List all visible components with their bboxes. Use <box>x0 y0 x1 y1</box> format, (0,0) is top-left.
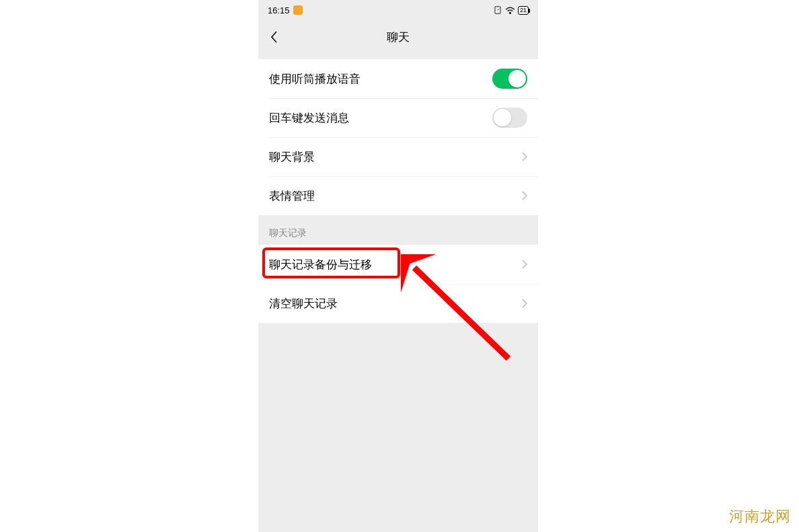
row-emoji-management[interactable]: 表情管理 <box>258 176 538 215</box>
back-button[interactable] <box>266 29 282 45</box>
toggle-enter-send[interactable] <box>492 108 527 128</box>
status-right: 21 <box>493 5 529 15</box>
toggle-knob <box>508 70 526 87</box>
phone-screen: 16:15 21 聊天 使用听筒播放语音 回车键发送消息 聊 <box>258 0 538 532</box>
row-label: 聊天背景 <box>269 149 315 165</box>
row-backup-migrate[interactable]: 聊天记录备份与迁移 <box>258 245 538 284</box>
settings-group-1: 使用听筒播放语音 回车键发送消息 聊天背景 表情管理 <box>258 59 538 215</box>
row-enter-send[interactable]: 回车键发送消息 <box>258 98 538 137</box>
watermark: 河南龙网 <box>729 506 791 527</box>
page-title: 聊天 <box>387 30 410 45</box>
chevron-right-icon <box>522 260 527 269</box>
row-chat-background[interactable]: 聊天背景 <box>258 137 538 176</box>
chevron-right-icon <box>522 152 527 161</box>
chevron-right-icon <box>522 299 527 308</box>
status-time: 16:15 <box>268 5 290 15</box>
row-clear-records[interactable]: 清空聊天记录 <box>258 284 538 323</box>
sim-icon <box>493 5 502 15</box>
toggle-voice-speaker[interactable] <box>492 69 527 89</box>
row-label: 表情管理 <box>269 188 315 204</box>
row-label: 使用听筒播放语音 <box>269 71 360 87</box>
row-label: 清空聊天记录 <box>269 296 338 311</box>
section-header-records: 聊天记录 <box>258 215 538 245</box>
settings-group-2: 聊天记录备份与迁移 清空聊天记录 <box>258 245 538 323</box>
nav-header: 聊天 <box>258 20 538 54</box>
wifi-icon <box>505 6 515 15</box>
row-label: 回车键发送消息 <box>269 110 349 126</box>
svg-point-1 <box>510 12 511 13</box>
toggle-knob <box>494 109 511 126</box>
status-left: 16:15 <box>268 5 303 15</box>
chevron-right-icon <box>522 191 527 200</box>
row-voice-speaker[interactable]: 使用听筒播放语音 <box>258 59 538 98</box>
row-label: 聊天记录备份与迁移 <box>269 257 372 272</box>
battery-icon: 21 <box>518 6 529 15</box>
chevron-left-icon <box>270 30 278 44</box>
status-app-icon <box>293 5 303 15</box>
status-bar: 16:15 21 <box>258 0 538 20</box>
